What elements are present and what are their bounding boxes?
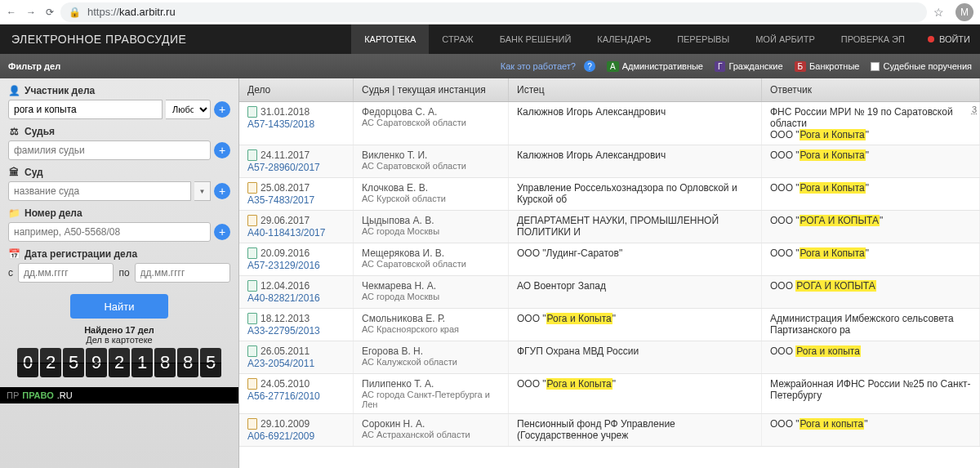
case-number-link[interactable]: А33-22795/2013 [247, 325, 345, 337]
table-row[interactable]: 24.11.2017А57-28960/2017Викленко Т. И.АС… [239, 145, 980, 178]
case-date: 29.06.2017 [261, 215, 310, 226]
tab-bank[interactable]: БАНК РЕШЕНИЙ [487, 25, 585, 54]
case-type-icon [247, 280, 257, 292]
plaintiff-cell: Пенсионный фонд РФ Управление (Государст… [509, 414, 762, 446]
judge-input[interactable] [8, 140, 211, 160]
defendant-cell: ООО "Рога и копыта" [762, 414, 980, 446]
url-bar[interactable]: 🔒 https://kad.arbitr.ru [60, 2, 927, 22]
col-judge[interactable]: Судья | текущая инстанция [354, 78, 509, 101]
status-dot-icon [928, 36, 934, 42]
add-court-button[interactable]: + [214, 183, 230, 199]
add-judge-button[interactable]: + [214, 142, 230, 158]
case-type-icon [247, 247, 257, 259]
plaintiff-cell: ДЕПАРТАМЕНТ НАУКИ, ПРОМЫШЛЕННОЙ ПОЛИТИКИ… [509, 211, 762, 243]
participant-input[interactable] [8, 100, 163, 119]
judge-name: Клочкова Е. В. [362, 182, 500, 194]
bookmark-icon[interactable]: ☆ [933, 6, 944, 19]
sidebar: 👤Участник дела Любой + ⚖Судья + 🏛Суд ▼ + [0, 78, 239, 468]
case-date: 25.08.2017 [261, 182, 310, 194]
col-plaintiff[interactable]: Истец [509, 78, 762, 101]
date-from-input[interactable] [18, 263, 114, 283]
filter-admin[interactable]: ААдминистративные [607, 61, 703, 72]
tab-breaks[interactable]: ПЕРЕРЫВЫ [664, 25, 742, 54]
total-counter: 0 2 5 9 2 1 8 8 5 [8, 348, 230, 377]
app-title: ЭЛЕКТРОННОЕ ПРАВОСУДИЕ [0, 25, 198, 54]
defendant-cell: ООО "Рога и Копыта" [762, 145, 980, 177]
login-button[interactable]: ВОЙТИ [918, 25, 980, 54]
filter-assignments[interactable]: Судебные поручения [871, 61, 972, 71]
total-label: Дел в картотеке [8, 335, 230, 345]
case-type-icon [247, 313, 257, 324]
plaintiff-cell: ФГУП Охрана МВД России [509, 341, 762, 373]
tab-calendar[interactable]: КАЛЕНДАРЬ [584, 25, 664, 54]
case-number-link[interactable]: А56-27716/2010 [247, 390, 345, 402]
judge-name: Федорцова С. А. [362, 106, 500, 118]
table-row[interactable]: 29.06.2017А40-118413/2017Цыдыпова А. В.А… [239, 211, 980, 243]
table-row[interactable]: 26.05.2011А23-2054/2011Егорова В. Н.АС К… [239, 341, 980, 374]
judge-name: Чекмарева Н. А. [362, 280, 500, 292]
judge-name: Мещерякова И. В. [362, 247, 500, 259]
case-number-link[interactable]: А57-23129/2016 [247, 260, 345, 271]
tab-myarbitr[interactable]: МОЙ АРБИТР [742, 25, 828, 54]
add-case-button[interactable]: + [214, 224, 230, 240]
help-icon: ? [584, 60, 595, 72]
judge-name: Егорова В. Н. [362, 345, 500, 357]
how-it-works[interactable]: Как это работает? ? [501, 60, 595, 72]
case-type-icon [247, 106, 257, 118]
calendar-icon: 📅 [8, 248, 20, 260]
defendant-cell: ООО "Рога и Копыта" [762, 178, 980, 210]
case-type-icon [247, 182, 257, 194]
tab-check[interactable]: ПРОВЕРКА ЭП [828, 25, 918, 54]
filter-civil[interactable]: ГГражданские [715, 61, 783, 72]
defendant-cell: ООО РОГА И КОПЫТА [762, 276, 980, 308]
date-from-label: с [8, 267, 13, 279]
case-number-input[interactable] [8, 222, 211, 242]
case-number-link[interactable]: А06-6921/2009 [247, 430, 345, 442]
pravo-footer[interactable]: ПРПРАВО.RU [0, 387, 238, 403]
court-name: АС Красноярского края [362, 324, 500, 334]
case-number-link[interactable]: А40-82821/2016 [247, 292, 345, 304]
table-row[interactable]: 31.01.2018А57-1435/2018Федорцова С. А.АС… [239, 102, 980, 145]
case-date: 31.01.2018 [261, 106, 310, 118]
find-button[interactable]: Найти [70, 294, 168, 319]
case-number-link[interactable]: А40-118413/2017 [247, 227, 345, 238]
add-participant-button[interactable]: + [214, 101, 230, 118]
court-dropdown-icon[interactable]: ▼ [194, 181, 211, 201]
folder-icon: 📁 [8, 207, 20, 219]
app-header: ЭЛЕКТРОННОЕ ПРАВОСУДИЕ КАРТОТЕКА СТРАЖ Б… [0, 25, 980, 54]
case-date: 12.04.2016 [261, 280, 310, 292]
tab-strazh[interactable]: СТРАЖ [429, 25, 486, 54]
col-defendant[interactable]: Ответчик [762, 78, 980, 101]
forward-icon[interactable]: → [26, 7, 36, 18]
table-row[interactable]: 12.04.2016А40-82821/2016Чекмарева Н. А.А… [239, 276, 980, 309]
case-date: 29.10.2009 [261, 418, 310, 430]
judge-label: Судья [24, 126, 55, 137]
court-name: АС Саратовской области [362, 161, 500, 171]
tab-kartoteka[interactable]: КАРТОТЕКА [351, 25, 429, 54]
court-name: АС Астраханской области [362, 430, 500, 439]
table-row[interactable]: 24.05.2010А56-27716/2010Пилипенко Т. А.А… [239, 374, 980, 414]
court-name: АС Саратовской области [362, 118, 500, 127]
case-number-link[interactable]: А23-2054/2011 [247, 358, 345, 369]
table-row[interactable]: 20.09.2016А57-23129/2016Мещерякова И. В.… [239, 243, 980, 276]
column-count-badge[interactable]: 3 [972, 105, 977, 114]
court-input[interactable] [8, 181, 191, 201]
judge-name: Цыдыпова А. В. [362, 215, 500, 226]
table-row[interactable]: 29.10.2009А06-6921/2009Сорокин Н. А.АС А… [239, 414, 980, 447]
date-to-input[interactable] [135, 263, 230, 283]
col-case[interactable]: Дело [239, 78, 354, 101]
judge-name: Пилипенко Т. А. [362, 378, 500, 390]
case-type-icon [247, 215, 257, 226]
back-icon[interactable]: ← [7, 7, 16, 18]
case-number-link[interactable]: А57-28960/2017 [247, 162, 345, 173]
table-row[interactable]: 25.08.2017А35-7483/2017Клочкова Е. В.АС … [239, 178, 980, 211]
case-number-link[interactable]: А57-1435/2018 [247, 118, 345, 130]
judge-name: Викленко Т. И. [362, 149, 500, 161]
avatar[interactable]: M [956, 3, 973, 21]
participant-type-select[interactable]: Любой [166, 100, 211, 119]
table-row[interactable]: 18.12.2013А33-22795/2013Смольникова Е. Р… [239, 309, 980, 341]
filter-bankrupt[interactable]: ББанкротные [795, 61, 860, 72]
plaintiff-cell: Калюжнов Игорь Александрович [509, 145, 762, 177]
reload-icon[interactable]: ⟳ [46, 7, 54, 18]
case-number-link[interactable]: А35-7483/2017 [247, 194, 345, 206]
